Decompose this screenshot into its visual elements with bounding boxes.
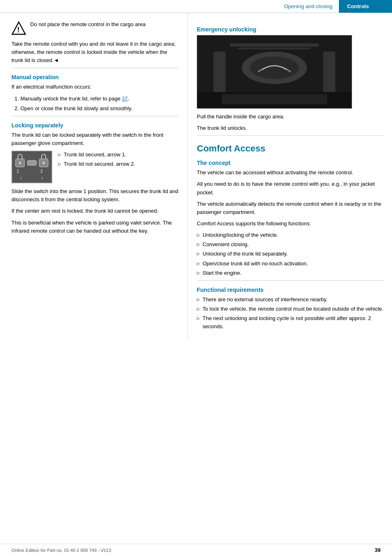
functional-bullets: There are no external sources of interfe… <box>197 296 384 331</box>
warning-text: Do not place the remote control in the c… <box>30 20 146 29</box>
svg-text:!: ! <box>17 26 20 34</box>
emergency-unlocking-title: Emergency unlocking <box>197 26 384 33</box>
locking-bullet-1: Trunk lid secured, arrow 1. <box>58 151 135 159</box>
concept-body2: All you need to do is to have the remote… <box>197 180 384 196</box>
locking-separately-title: Locking separately <box>11 122 178 129</box>
concept-bullet-3: Unlocking of the trunk lid separately. <box>197 250 384 258</box>
footer-edition-text: Online Edition for Part no. 01 40 2 909 … <box>11 548 111 553</box>
svg-rect-18 <box>323 51 335 92</box>
functional-bullet-1: There are no external sources of interfe… <box>197 296 384 304</box>
locking-bullets: Trunk lid secured, arrow 1. Trunk lid no… <box>58 151 135 169</box>
locking-body2: Slide the switch into the arrow 1 positi… <box>11 187 178 204</box>
divider3 <box>197 136 384 136</box>
svg-rect-20 <box>222 94 327 105</box>
functional-req-title: Functional requirements <box>197 287 384 293</box>
locking-body4: This is beneficial when the vehicle is p… <box>11 219 178 235</box>
comfort-access-title: Comfort Access <box>197 143 384 154</box>
svg-point-14 <box>250 56 298 79</box>
svg-rect-17 <box>214 51 226 92</box>
header-opening-closing-label: Opening and closing <box>284 3 332 9</box>
svg-point-4 <box>19 162 21 164</box>
divider4 <box>197 280 384 281</box>
concept-body4: Comfort Access supports the following fu… <box>197 220 384 228</box>
divider2 <box>11 116 178 116</box>
header-controls-label: Controls <box>339 0 392 13</box>
svg-rect-16 <box>238 47 311 49</box>
locking-bullet-2: Trunk lid not secured, arrow 2. <box>58 160 135 168</box>
emergency-photo <box>197 35 352 109</box>
concept-body3: The vehicle automatically detects the re… <box>197 200 384 216</box>
warning-icon: ! <box>11 21 26 36</box>
right-column: Emergency unlocking P <box>188 13 392 339</box>
concept-body1: The vehicle can be accessed without acti… <box>197 169 384 177</box>
divider <box>11 68 178 68</box>
svg-text:↑: ↑ <box>20 176 22 181</box>
page-link-37[interactable]: 37 <box>122 96 128 102</box>
locking-image-area: 1 2 ↑ ↑ Trunk lid secured, arrow 1. Trun… <box>11 151 178 183</box>
left-column: ! Do not place the remote control in the… <box>0 13 188 339</box>
svg-text:1: 1 <box>17 169 19 173</box>
locking-switch-image: 1 2 ↑ ↑ <box>11 151 52 183</box>
page-header: Opening and closing Controls <box>0 0 392 13</box>
warning-body-text: Take the remote control with you and do … <box>11 40 178 64</box>
manual-step-1: Manually unlock the trunk lid, refer to … <box>20 95 178 103</box>
svg-rect-15 <box>230 43 319 47</box>
manual-steps-list: Manually unlock the trunk lid, refer to … <box>20 95 178 113</box>
footer-page-number: 39 <box>375 547 381 553</box>
concept-bullet-1: Unlocking/locking of the vehicle. <box>197 231 384 239</box>
main-content: ! Do not place the remote control in the… <box>0 13 392 339</box>
manual-body: If an electrical malfunction occurs: <box>11 83 178 91</box>
svg-text:↑: ↑ <box>41 176 43 181</box>
manual-step-2: Open or close the trunk lid slowly and s… <box>20 105 178 113</box>
svg-text:2: 2 <box>40 169 43 173</box>
header-chapter-left: Opening and closing <box>0 0 339 13</box>
locking-body: The trunk lid can be locked separately w… <box>11 131 178 147</box>
concept-bullet-4: Open/close trunk lid with no-touch activ… <box>197 260 384 268</box>
svg-rect-6 <box>27 160 36 165</box>
emergency-photo-svg <box>197 35 352 109</box>
svg-point-8 <box>42 162 45 164</box>
concept-bullet-2: Convenient closing. <box>197 240 384 249</box>
functional-bullet-2: To lock the vehicle, the remote control … <box>197 305 384 313</box>
page-footer: Online Edition for Part no. 01 40 2 909 … <box>0 544 392 556</box>
concept-bullets: Unlocking/locking of the vehicle. Conven… <box>197 231 384 277</box>
warning-box: ! Do not place the remote control in the… <box>11 20 178 36</box>
emergency-body1: Pull the handle inside the cargo area. <box>197 113 384 121</box>
locking-body3: If the center arm rest is locked, the tr… <box>11 207 178 215</box>
locking-switch-svg: 1 2 ↑ ↑ <box>12 151 51 182</box>
functional-bullet-3: The next unlocking and locking cycle is … <box>197 314 384 331</box>
concept-bullet-5: Start the engine. <box>197 269 384 277</box>
manual-operation-title: Manual operation <box>11 74 178 80</box>
concept-title: The concept <box>197 160 384 166</box>
emergency-body2: The trunk lid unlocks. <box>197 124 384 132</box>
